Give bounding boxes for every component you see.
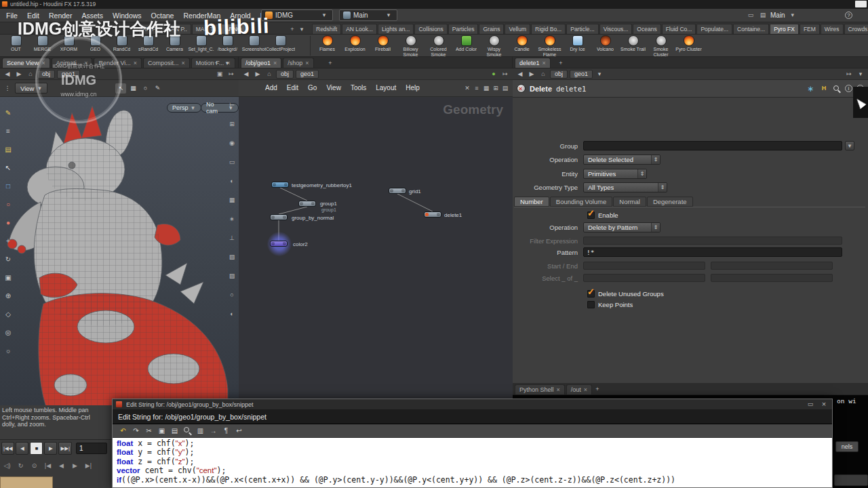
sheet-view-icon[interactable]: ▤: [500, 83, 510, 93]
chevron-down-icon[interactable]: ▾: [384, 11, 393, 20]
shelf-set-selector-1[interactable]: IDMG ▾: [261, 9, 333, 21]
add-pane-tab-icon[interactable]: +: [593, 384, 602, 394]
network-menu-item[interactable]: View: [321, 81, 346, 95]
close-icon[interactable]: ×: [819, 400, 829, 409]
network-menu-item[interactable]: Layout: [371, 81, 401, 95]
param-subtab[interactable]: Degenerate: [647, 197, 693, 207]
close-icon[interactable]: ×: [134, 60, 137, 66]
search-icon[interactable]: [833, 85, 841, 93]
network-menu-item[interactable]: Go: [303, 81, 321, 95]
breadcrumb-node[interactable]: geo1: [570, 70, 593, 79]
normals-icon[interactable]: ⊥: [226, 232, 237, 243]
shelf-tab[interactable]: Containe...: [733, 24, 769, 34]
box-pick-icon[interactable]: ▦: [127, 83, 138, 94]
shelf-set-selector-2[interactable]: Main ▾: [339, 9, 397, 21]
node-group-by-normal[interactable]: [270, 214, 288, 220]
close-icon[interactable]: ×: [542, 60, 546, 66]
add-pane-tab-icon[interactable]: +: [212, 58, 221, 68]
menu-item[interactable]: Render: [44, 9, 77, 22]
shelf-tool[interactable]: Wispy Smoke: [480, 35, 508, 57]
shade-icon[interactable]: ◐: [226, 176, 237, 186]
pencil-icon[interactable]: ✎: [1, 106, 15, 119]
dialog-titlebar[interactable]: Edit String for: /obj/geo1/group_by_box/…: [113, 399, 832, 410]
shelf-tool[interactable]: MERGE: [29, 35, 56, 52]
network-menu-item[interactable]: Help: [401, 81, 425, 95]
pane-tab[interactable]: Python Shell ×: [515, 384, 565, 394]
breadcrumb-root[interactable]: obj: [550, 70, 568, 79]
frame-field[interactable]: [76, 443, 107, 454]
paste-icon[interactable]: ▤: [170, 426, 180, 436]
list-view-icon[interactable]: ≡: [472, 83, 481, 93]
rotate-icon[interactable]: ↻: [1, 253, 15, 266]
shelf-tool[interactable]: Screenshot: [241, 35, 267, 52]
ruler-icon[interactable]: ⊢: [226, 100, 237, 110]
move-icon[interactable]: +: [1, 235, 15, 247]
close-icon[interactable]: ×: [305, 60, 309, 66]
pin-icon[interactable]: ↦: [500, 69, 510, 79]
shelf-tool[interactable]: /backgrd/: [214, 35, 241, 52]
shelf-tab[interactable]: FEM: [800, 24, 820, 34]
lasso-pick-icon[interactable]: ○: [140, 83, 151, 94]
param-subtab[interactable]: Bounding Volume: [550, 197, 612, 207]
pane-menu-chevron-icon[interactable]: ▾: [222, 58, 232, 68]
hide-icon[interactable]: ✕: [462, 83, 472, 93]
pane-tab[interactable]: Render Vi... ×: [94, 58, 142, 68]
shelf-tab[interactable]: Populate...: [696, 24, 732, 34]
tiles-view-icon[interactable]: ⊞: [491, 83, 500, 93]
handles-icon[interactable]: ⊕: [1, 289, 15, 302]
paint-pick-icon[interactable]: ✎: [152, 83, 163, 94]
audio-icon[interactable]: ◁): [1, 460, 13, 470]
node-testgeometry[interactable]: [271, 182, 289, 188]
home-icon[interactable]: ⌂: [264, 69, 274, 79]
pattern-operation-select[interactable]: Delete by Pattern ⇕: [583, 222, 660, 232]
code-line[interactable]: if((@P.x>(cent.x-x))&&(@P.x<(cent.x+x)) …: [117, 476, 828, 485]
select-arrow-icon[interactable]: ↖: [1, 161, 15, 174]
shelf-tab[interactable]: Viscous...: [599, 24, 633, 34]
template-icon[interactable]: ▨: [226, 270, 237, 281]
forward-icon[interactable]: ▶: [527, 69, 536, 79]
forward-icon[interactable]: ▶: [14, 69, 24, 79]
menu-item[interactable]: RenderMan: [178, 9, 225, 22]
breadcrumb-node[interactable]: geo1: [296, 70, 319, 79]
search-icon[interactable]: [182, 426, 193, 436]
code-line[interactable]: float y = chf("y");: [117, 448, 828, 457]
entity-select[interactable]: Primitives ⇕: [583, 169, 647, 179]
close-icon[interactable]: ×: [584, 386, 587, 393]
close-icon[interactable]: ×: [557, 386, 560, 393]
menu-item[interactable]: File: [1, 9, 22, 22]
chevron-down-icon[interactable]: ▾: [856, 69, 865, 79]
network-menu-item[interactable]: Edit: [282, 81, 303, 95]
frame-forward-icon[interactable]: ▶: [69, 460, 81, 470]
node-group1[interactable]: [298, 201, 316, 207]
close-icon[interactable]: ×: [273, 60, 277, 66]
realtime-icon[interactable]: ⊙: [28, 460, 40, 470]
back-icon[interactable]: ◀: [3, 69, 12, 79]
minimize-icon[interactable]: ▭: [806, 400, 815, 409]
pane-tab[interactable]: delete1 ×: [515, 58, 551, 68]
close-icon[interactable]: ×: [41, 60, 45, 66]
shelf-tool[interactable]: Smoke Trail: [619, 35, 647, 52]
shelf-tool[interactable]: CollectProject: [267, 35, 294, 52]
chevron-down-icon[interactable]: ▾: [319, 11, 329, 20]
param-subtab[interactable]: Normal: [613, 197, 646, 207]
delete-unused-groups-checkbox[interactable]: [587, 290, 595, 298]
chevron-down-icon[interactable]: ▾: [595, 69, 604, 79]
expression-icon[interactable]: ∗: [806, 84, 815, 94]
shelf-tab[interactable]: Collisions: [414, 24, 447, 34]
shelf-tool[interactable]: XFORM: [56, 35, 82, 52]
copy-icon[interactable]: ▣: [157, 426, 167, 436]
shelf-tool[interactable]: Smokeless Flame: [536, 35, 564, 57]
shelf-menu-chevron-icon[interactable]: ▾: [297, 24, 307, 34]
step-forward-icon[interactable]: ▶|: [83, 460, 94, 470]
pin-icon[interactable]: ↦: [226, 69, 236, 79]
node-name-field[interactable]: delete1: [556, 85, 586, 93]
grid-view-icon[interactable]: ▦: [481, 83, 491, 93]
network-menu-item[interactable]: Tools: [346, 81, 371, 95]
shelf-tab[interactable]: AN Look...: [342, 24, 377, 34]
back-icon[interactable]: ◀: [515, 69, 525, 79]
shelf-tool[interactable]: Set_light_C.: [188, 35, 214, 52]
shelf-tab[interactable]: Particles: [448, 24, 479, 34]
shelf-tab[interactable]: Wires: [821, 24, 844, 34]
loop-icon[interactable]: ↻: [15, 460, 26, 470]
add-pane-tab-icon[interactable]: +: [556, 58, 566, 68]
